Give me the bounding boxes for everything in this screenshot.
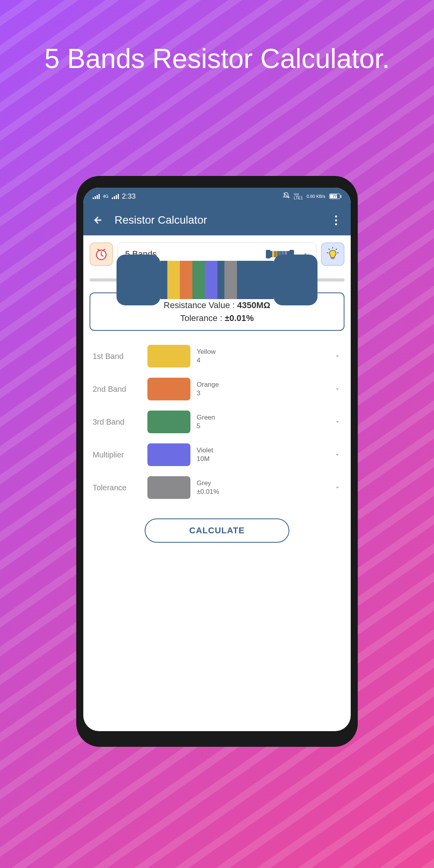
- resistor-graphic: [83, 273, 351, 289]
- band-color-name: Violet: [197, 446, 334, 455]
- signal-icon: [93, 194, 100, 199]
- band-row-2[interactable]: 3rd BandGreen5: [93, 411, 341, 433]
- history-button[interactable]: [90, 242, 113, 266]
- band-swatch: [147, 345, 190, 368]
- band-row-0[interactable]: 1st BandYellow4: [93, 345, 341, 368]
- band-swatch: [147, 378, 190, 400]
- band-swatch: [147, 476, 190, 499]
- band-label: 1st Band: [93, 352, 147, 361]
- status-time: 2:33: [122, 192, 136, 201]
- history-icon: [93, 246, 109, 262]
- band-value: 10M: [197, 455, 334, 463]
- app-bar: Resistor Calculator: [83, 205, 351, 235]
- svg-rect-1: [331, 257, 334, 259]
- band-row-1[interactable]: 2nd BandOrange3: [93, 378, 341, 400]
- band-row-4[interactable]: ToleranceGrey±0.01%: [93, 476, 341, 499]
- chevron-down-icon: [334, 352, 341, 360]
- band-value: 4: [197, 356, 334, 365]
- chevron-down-icon: [334, 484, 341, 491]
- status-bar: 4G 2:33 VoILTE1 0.80 KB/s 77: [83, 188, 351, 205]
- band-row-3[interactable]: MultiplierViolet10M: [93, 443, 341, 466]
- band-label: Tolerance: [93, 483, 147, 492]
- band-value: ±0.01%: [197, 488, 334, 496]
- back-button[interactable]: [91, 213, 105, 227]
- band-value: 3: [197, 389, 334, 398]
- chevron-down-icon: [334, 418, 341, 426]
- band-label: 3rd Band: [93, 418, 147, 427]
- tolerance-value: ±0.01%: [225, 313, 254, 323]
- lte-label: VoILTE1: [294, 193, 303, 200]
- net-label: 4G: [103, 194, 109, 199]
- chevron-down-icon: [334, 451, 341, 459]
- band-color-name: Yellow: [197, 348, 334, 356]
- battery-icon: 77: [329, 194, 341, 199]
- band-label: 2nd Band: [93, 385, 147, 394]
- chevron-down-icon: [334, 385, 341, 393]
- page-title: Resistor Calculator: [115, 214, 329, 226]
- band-color-name: Orange: [197, 380, 334, 389]
- band-swatch: [147, 411, 190, 433]
- band-swatch: [147, 443, 190, 466]
- band-color-name: Grey: [197, 479, 334, 488]
- band-value: 5: [197, 422, 334, 430]
- promo-title: 5 Bands Resistor Calculator.: [0, 43, 434, 75]
- data-speed: 0.80 KB/s: [307, 194, 325, 199]
- hint-button[interactable]: [321, 242, 344, 266]
- bell-off-icon: [283, 192, 290, 201]
- signal-icon-2: [112, 194, 119, 199]
- calculate-button[interactable]: CALCULATE: [145, 518, 289, 543]
- band-list: 1st BandYellow42nd BandOrange33rd BandGr…: [83, 339, 351, 512]
- band-color-name: Green: [197, 413, 334, 422]
- phone-frame: 4G 2:33 VoILTE1 0.80 KB/s 77 Resistor Ca…: [76, 176, 358, 747]
- overflow-menu-button[interactable]: [329, 213, 343, 227]
- band-label: Multiplier: [93, 450, 147, 459]
- lightbulb-icon: [325, 246, 341, 262]
- phone-screen: 4G 2:33 VoILTE1 0.80 KB/s 77 Resistor Ca…: [83, 188, 351, 731]
- tolerance-label: Tolerance :: [180, 313, 225, 323]
